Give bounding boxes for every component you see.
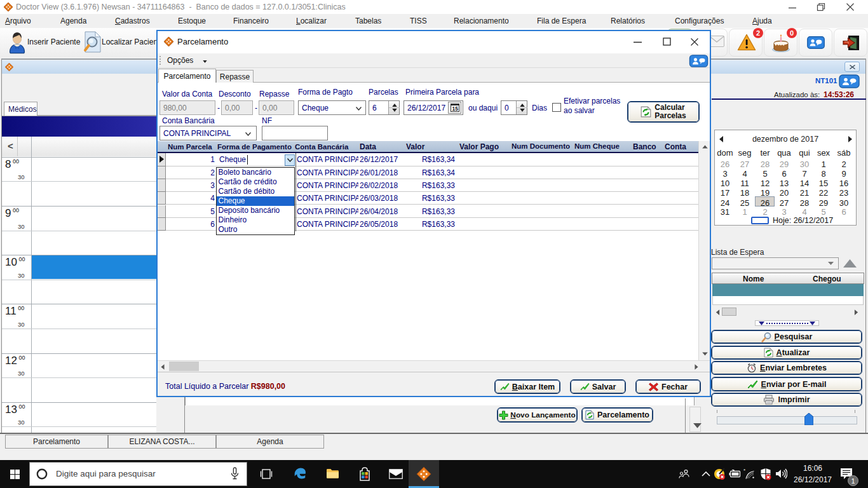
svg-text:*: * <box>743 468 745 473</box>
svg-text:15: 15 <box>452 105 458 112</box>
